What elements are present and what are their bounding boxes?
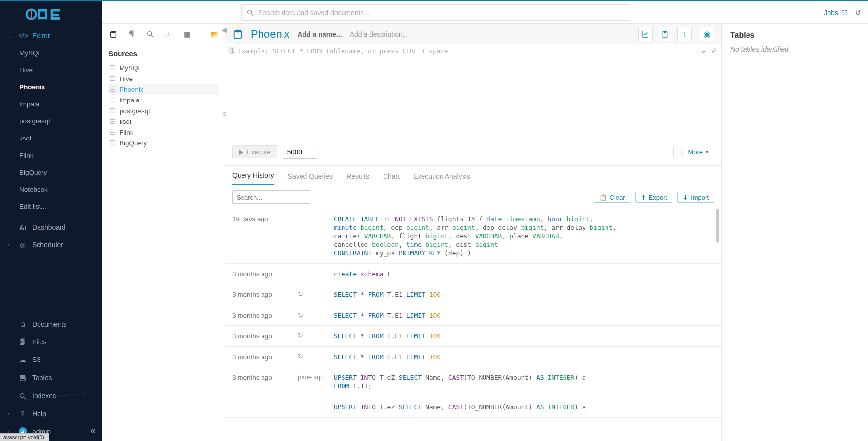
history-row[interactable]: 3 months ago↻SELECT * FROM T.E1 LIMIT 10… <box>225 326 721 347</box>
svg-line-8 <box>24 397 26 399</box>
more-menu-button[interactable]: ⋮ <box>677 27 692 41</box>
svg-point-14 <box>234 30 242 33</box>
add-name-link[interactable]: Add a name... <box>298 30 342 38</box>
history-time: 3 months ago <box>232 332 291 340</box>
global-search-input[interactable] <box>258 9 625 17</box>
topbar: Jobs ☷ ↺ <box>102 1 868 24</box>
assist-tab-folder-icon[interactable]: 📂 <box>209 30 219 38</box>
result-tab[interactable]: Results <box>346 167 369 185</box>
calendar-icon: 📋 <box>599 194 607 201</box>
global-search[interactable] <box>241 4 630 21</box>
import-button[interactable]: ⬇Import <box>677 192 714 203</box>
history-sql: UPSERT INTO T.eZ SELECT Name, CAST(TO_NU… <box>334 403 714 412</box>
nav-editor-item[interactable]: Phoenix <box>0 79 102 96</box>
s3-icon: ☁ <box>19 356 27 363</box>
assist-tab-db-icon[interactable] <box>108 30 118 38</box>
history-rerun[interactable]: ↻ <box>298 353 327 360</box>
database-icon: ☰ <box>109 128 116 136</box>
execute-button[interactable]: ▶ Execute <box>232 145 277 158</box>
sidebar-collapse-button[interactable]: « <box>90 425 96 436</box>
files-icon: 🗐 <box>19 338 27 346</box>
nav-s3[interactable]: ☁ S3 <box>0 351 102 368</box>
history-time: 3 months ago <box>232 270 291 278</box>
history-row[interactable]: UPSERT INTO T.eZ SELECT Name, CAST(TO_NU… <box>225 397 721 418</box>
nav-editor-item[interactable]: BigQuery <box>0 164 102 181</box>
database-icon: ☰ <box>109 85 116 93</box>
scrollbar[interactable] <box>716 209 719 243</box>
nav-scheduler[interactable]: › ◎ Scheduler <box>0 236 102 254</box>
editor-title: Phoenix <box>251 28 290 40</box>
source-item[interactable]: ☰Impala <box>108 95 219 105</box>
clear-button[interactable]: 📋Clear <box>594 192 630 203</box>
nav-tables[interactable]: Tables <box>0 368 102 386</box>
database-icon: ☰ <box>109 75 116 82</box>
svg-rect-1 <box>31 9 32 19</box>
nav-editor[interactable]: ⌄ </> Editor <box>0 27 102 44</box>
assist-collapse-icon[interactable]: ◀ <box>222 26 227 34</box>
nav-editor-item[interactable]: Notebook <box>0 181 102 198</box>
assist-tab-search-icon[interactable] <box>145 30 155 38</box>
save-button[interactable] <box>658 27 672 41</box>
source-item[interactable]: ☰MySQL <box>108 62 219 73</box>
history-row[interactable]: 3 months agophoe sqlUPSERT INTO T.eZ SEL… <box>225 367 721 397</box>
add-description-link[interactable]: Add a description... <box>350 30 408 38</box>
help-icon: ? <box>19 410 27 418</box>
source-item[interactable]: ☰postgresql <box>108 105 219 116</box>
nav-editor-item[interactable]: Edit list... <box>0 198 102 215</box>
sources-heading: Sources <box>108 49 219 58</box>
history-rerun[interactable]: ↻ <box>298 332 327 339</box>
editor-help-icon[interactable]: ◉ <box>700 27 714 41</box>
more-button[interactable]: ⋮ More ▾ <box>673 146 714 158</box>
export-button[interactable]: ⬆Export <box>635 192 673 203</box>
source-item[interactable]: ☰Flink <box>108 127 219 138</box>
nav-editor-item[interactable]: postgresql <box>0 113 102 130</box>
source-item[interactable]: ☰Hive <box>108 73 219 84</box>
jobs-link[interactable]: Jobs ☷ <box>824 9 848 17</box>
source-item[interactable]: ☰BigQuery <box>108 138 219 148</box>
result-tab[interactable]: Saved Queries <box>288 167 333 185</box>
database-icon: ☰ <box>109 118 116 125</box>
editor-placeholder: Example: SELECT * FROM tablename, or pre… <box>225 47 721 55</box>
history-rerun[interactable]: ↻ <box>298 311 327 319</box>
nav-editor-item[interactable]: ksql <box>0 130 102 147</box>
assist-tab-files-icon[interactable]: 🗐 <box>127 30 137 38</box>
history-rerun[interactable]: phoe sql <box>298 373 327 381</box>
nav-editor-item[interactable]: MySQL <box>0 44 102 61</box>
history-row[interactable]: 19 days agoCREATE TABLE IF NOT EXISTS fl… <box>225 209 721 264</box>
nav-dashboard[interactable]: Dashboard <box>0 218 102 236</box>
chart-button[interactable] <box>638 27 653 41</box>
database-icon: ☰ <box>109 139 116 147</box>
history-sql: CREATE TABLE IF NOT EXISTS flights_13 ( … <box>334 215 714 258</box>
limit-input[interactable] <box>283 145 317 159</box>
database-icon <box>19 373 27 381</box>
source-item[interactable]: ☰ksql <box>108 116 219 127</box>
history-time <box>232 403 291 403</box>
result-tab[interactable]: Query History <box>232 166 274 185</box>
nav-editor-item[interactable]: Hive <box>0 61 102 79</box>
history-row[interactable]: 3 months agocreate schema t <box>225 264 721 285</box>
history-rerun[interactable]: ↻ <box>298 290 327 298</box>
nav-files[interactable]: 🗐 Files <box>0 333 102 351</box>
history-sql: SELECT * FROM T.E1 LIMIT 100 <box>334 290 714 299</box>
history-row[interactable]: 3 months ago↻SELECT * FROM T.E1 LIMIT 10… <box>225 305 721 326</box>
upload-icon: ⬆ <box>641 194 646 201</box>
history-search-input[interactable] <box>232 190 310 204</box>
search-icon <box>246 8 254 17</box>
assist-tab-grid-icon[interactable]: ▦ <box>182 30 192 38</box>
history-row[interactable]: 3 months ago↻SELECT * FROM T.E1 LIMIT 10… <box>225 347 721 368</box>
result-tab[interactable]: Chart <box>383 167 400 185</box>
nav-editor-item[interactable]: Impala <box>0 96 102 113</box>
sql-editor[interactable]: 1 Example: SELECT * FROM tablename, or p… <box>225 44 721 142</box>
history-row[interactable]: 3 months ago↻SELECT * FROM T.E1 LIMIT 10… <box>225 284 721 305</box>
nav-help[interactable]: › ? Help <box>0 405 102 422</box>
assist-tab-sitemap-icon[interactable]: ⛬ <box>163 30 173 38</box>
nav-editor-item[interactable]: Flink <box>0 147 102 164</box>
history-sql: UPSERT INTO T.eZ SELECT Name, CAST(TO_NU… <box>334 373 714 390</box>
nav-indexes[interactable]: Indexes <box>0 387 102 405</box>
history-sql: SELECT * FROM T.E1 LIMIT 100 <box>334 332 714 341</box>
source-item[interactable]: ☰Phoenix <box>108 84 219 95</box>
nav-documents[interactable]: 🗎 Documents <box>0 316 102 333</box>
history-icon[interactable]: ↺ <box>855 9 861 17</box>
editor-column: Phoenix Add a name... Add a description.… <box>225 24 722 441</box>
result-tab[interactable]: Execution Analysis <box>413 167 470 185</box>
